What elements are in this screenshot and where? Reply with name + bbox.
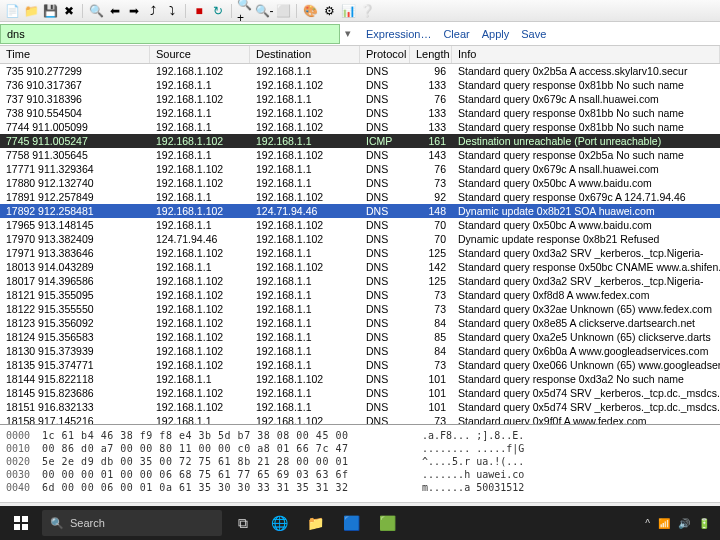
packet-row[interactable]: 17892 912.258481192.168.1.102124.71.94.4… [0, 204, 720, 218]
edge-icon[interactable]: 🌐 [264, 509, 294, 537]
packet-row[interactable]: 17971 913.383646192.168.1.102192.168.1.1… [0, 246, 720, 260]
hex-dump-pane[interactable]: 00001c 61 b4 46 38 f9 f8 e4 3b 5d b7 38 … [0, 424, 720, 502]
start-button[interactable] [6, 509, 36, 537]
svg-rect-1 [22, 516, 28, 522]
main-toolbar: 📄 📁 💾 ✖ 🔍 ⬅ ➡ ⤴ ⤵ ■ ↻ 🔍+ 🔍- ⬜ 🎨 ⚙ 📊 ❔ [0, 0, 720, 22]
separator [231, 4, 232, 18]
tray-volume-icon[interactable]: 🔊 [678, 518, 690, 529]
packet-row[interactable]: 17970 913.382409124.71.94.46192.168.1.10… [0, 232, 720, 246]
back-icon[interactable]: ⬅ [107, 3, 123, 19]
tray-battery-icon[interactable]: 🔋 [698, 518, 710, 529]
packet-row[interactable]: 738 910.554504192.168.1.1192.168.1.102DN… [0, 106, 720, 120]
find-icon[interactable]: 🔍 [88, 3, 104, 19]
packet-row[interactable]: 17965 913.148145192.168.1.1192.168.1.102… [0, 218, 720, 232]
col-time-header[interactable]: Time [0, 46, 150, 63]
filter-clear-link[interactable]: Clear [443, 28, 469, 40]
taskbar-search[interactable]: 🔍 Search [42, 510, 222, 536]
hex-line: 00205e 2e d9 db 00 35 00 72 75 61 8b 21 … [6, 455, 714, 468]
packet-row[interactable]: 7758 911.305645192.168.1.1192.168.1.102D… [0, 148, 720, 162]
filter-save-link[interactable]: Save [521, 28, 546, 40]
packet-row[interactable]: 7745 911.005247192.168.1.102192.168.1.1I… [0, 134, 720, 148]
col-dest-header[interactable]: Destination [250, 46, 360, 63]
system-tray[interactable]: ^ 📶 🔊 🔋 [645, 518, 714, 529]
stop-icon[interactable]: ■ [191, 3, 207, 19]
zoom-in-icon[interactable]: 🔍+ [237, 3, 253, 19]
col-proto-header[interactable]: Protocol [360, 46, 410, 63]
col-info-header[interactable]: Info [452, 46, 720, 63]
packet-row[interactable]: 18124 915.356583192.168.1.102192.168.1.1… [0, 330, 720, 344]
restart-icon[interactable]: ↻ [210, 3, 226, 19]
packet-row[interactable]: 17771 911.329364192.168.1.102192.168.1.1… [0, 162, 720, 176]
taskbar-search-placeholder: Search [70, 517, 105, 529]
task-view-icon[interactable]: ⧉ [228, 509, 258, 537]
hex-line: 00406d 00 00 06 00 01 0a 61 35 30 30 33 … [6, 481, 714, 494]
packet-row[interactable]: 18013 914.043289192.168.1.1192.168.1.102… [0, 260, 720, 274]
close-icon[interactable]: ✖ [61, 3, 77, 19]
capture-filter-icon[interactable]: ⚙ [321, 3, 337, 19]
separator [185, 4, 186, 18]
jump-icon[interactable]: ⤴ [145, 3, 161, 19]
display-filter-icon[interactable]: 📊 [340, 3, 356, 19]
packet-row[interactable]: 7744 911.005099192.168.1.1192.168.1.102D… [0, 120, 720, 134]
packet-list-header: Time Source Destination Protocol Length … [0, 46, 720, 64]
packet-row[interactable]: 18122 915.355550192.168.1.102192.168.1.1… [0, 302, 720, 316]
zoom-fit-icon[interactable]: ⬜ [275, 3, 291, 19]
filter-dropdown-icon[interactable]: ▾ [340, 27, 356, 40]
packet-row[interactable]: 735 910.277299192.168.1.102192.168.1.1DN… [0, 64, 720, 78]
packet-row[interactable]: 18158 917.145216192.168.1.1192.168.1.102… [0, 414, 720, 424]
svg-rect-2 [14, 524, 20, 530]
packet-row[interactable]: 18135 915.374771192.168.1.102192.168.1.1… [0, 358, 720, 372]
packet-list[interactable]: 735 910.277299192.168.1.102192.168.1.1DN… [0, 64, 720, 424]
packet-row[interactable]: 18130 915.373939192.168.1.102192.168.1.1… [0, 344, 720, 358]
explorer-icon[interactable]: 📁 [300, 509, 330, 537]
filter-apply-link[interactable]: Apply [482, 28, 510, 40]
packet-row[interactable]: 17891 912.257849192.168.1.1192.168.1.102… [0, 190, 720, 204]
packet-row[interactable]: 736 910.317367192.168.1.1192.168.1.102DN… [0, 78, 720, 92]
display-filter-input[interactable] [0, 24, 340, 44]
col-length-header[interactable]: Length [410, 46, 452, 63]
packet-row[interactable]: 18123 915.356092192.168.1.102192.168.1.1… [0, 316, 720, 330]
windows-taskbar: 🔍 Search ⧉ 🌐 📁 🟦 🟩 ^ 📶 🔊 🔋 [0, 506, 720, 540]
save-icon[interactable]: 💾 [42, 3, 58, 19]
col-source-header[interactable]: Source [150, 46, 250, 63]
packet-row[interactable]: 18017 914.396586192.168.1.102192.168.1.1… [0, 274, 720, 288]
file-icon[interactable]: 📄 [4, 3, 20, 19]
hex-line: 003000 00 00 01 00 00 06 68 75 61 77 65 … [6, 468, 714, 481]
zoom-out-icon[interactable]: 🔍- [256, 3, 272, 19]
packet-row[interactable]: 18151 916.832133192.168.1.102192.168.1.1… [0, 400, 720, 414]
tray-chevron-icon[interactable]: ^ [645, 518, 650, 529]
search-icon: 🔍 [50, 517, 64, 530]
filter-expression-link[interactable]: Expression… [366, 28, 431, 40]
goto-icon[interactable]: ⤵ [164, 3, 180, 19]
colorize-icon[interactable]: 🎨 [302, 3, 318, 19]
tray-wifi-icon[interactable]: 📶 [658, 518, 670, 529]
svg-rect-0 [14, 516, 20, 522]
filter-bar: ▾ Expression… Clear Apply Save [0, 22, 720, 46]
forward-icon[interactable]: ➡ [126, 3, 142, 19]
packet-row[interactable]: 18121 915.355095192.168.1.102192.168.1.1… [0, 288, 720, 302]
help-icon[interactable]: ❔ [359, 3, 375, 19]
app-icon[interactable]: 🟦 [336, 509, 366, 537]
separator [82, 4, 83, 18]
packet-row[interactable]: 18144 915.822118192.168.1.1192.168.1.102… [0, 372, 720, 386]
svg-rect-3 [22, 524, 28, 530]
packet-row[interactable]: 737 910.318396192.168.1.102192.168.1.1DN… [0, 92, 720, 106]
hex-line: 001000 86 d0 a7 00 00 80 11 00 00 c0 a8 … [6, 442, 714, 455]
app-icon-2[interactable]: 🟩 [372, 509, 402, 537]
packet-row[interactable]: 17880 912.132740192.168.1.102192.168.1.1… [0, 176, 720, 190]
folder-icon[interactable]: 📁 [23, 3, 39, 19]
separator [296, 4, 297, 18]
hex-line: 00001c 61 b4 46 38 f9 f8 e4 3b 5d b7 38 … [6, 429, 714, 442]
packet-row[interactable]: 18145 915.823686192.168.1.102192.168.1.1… [0, 386, 720, 400]
